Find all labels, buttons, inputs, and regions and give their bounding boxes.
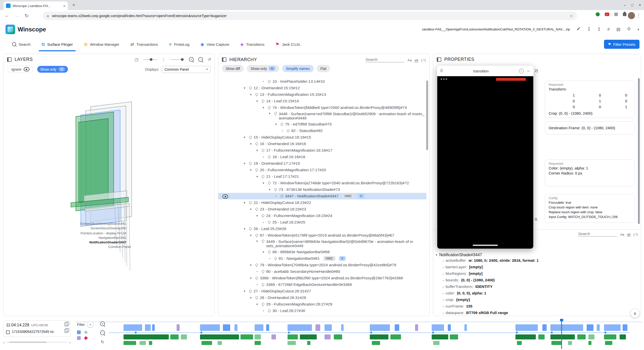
timeline-event-bar[interactable] [234, 324, 237, 331]
expand-arrow-icon[interactable]: ▾ [268, 112, 272, 115]
scroll-track[interactable] [7, 342, 67, 343]
forward-button[interactable]: → [15, 13, 19, 18]
pin-icon[interactable] [267, 155, 271, 159]
timeline-event-bar[interactable] [432, 334, 448, 339]
expand-arrow-icon[interactable]: ▾ [274, 122, 278, 126]
hierarchy-node[interactable]: ▾12 - OneHanded:15:15#12 [218, 85, 426, 91]
timeline-cursor[interactable] [561, 319, 562, 349]
layer-label[interactable]: ScreenDecorOverlay#60 [4, 226, 126, 230]
hierarchy-node[interactable]: ▾72 - WindowToken{a2746de type=2040 andr… [218, 180, 426, 186]
report-bug-icon[interactable] [627, 27, 631, 32]
pin-icon[interactable] [267, 106, 271, 110]
timeline-event-bar[interactable] [605, 341, 612, 345]
timeline-event-bar[interactable] [315, 324, 320, 331]
pin-icon[interactable] [261, 270, 264, 274]
timeline-tick[interactable] [516, 331, 518, 334]
timeline-event-bar[interactable] [177, 324, 180, 331]
tab-transitions[interactable]: ◈Transitions [235, 37, 270, 51]
timeline-tick[interactable] [432, 331, 434, 334]
timeline-event-bar[interactable] [433, 341, 439, 345]
layer-label[interactable]: NavigationBar0#81 [4, 236, 126, 240]
expand-arrow-icon[interactable]: ▾ [243, 201, 247, 204]
timeline-event-bar[interactable] [288, 324, 312, 331]
expand-arrow-icon[interactable]: ▾ [249, 276, 253, 280]
timeline-event-bar[interactable] [395, 324, 399, 331]
pin-icon[interactable] [280, 122, 283, 126]
expand-arrow-icon[interactable]: ▾ [249, 263, 253, 267]
browser-tab[interactable]: Winscope | sandbox-FAI... × [4, 2, 68, 10]
pin-icon[interactable] [255, 276, 258, 280]
drag-handle-icon[interactable]: ⠿ [440, 68, 443, 74]
timeline-event-bar[interactable] [266, 324, 269, 331]
expand-arrow-icon[interactable]: ▾ [261, 250, 265, 254]
timeline-event-bar[interactable] [450, 334, 458, 339]
spacing-slider[interactable] [170, 59, 184, 60]
pin-icon[interactable] [267, 80, 271, 83]
expand-arrow-icon[interactable]: ▾ [268, 188, 272, 191]
timeline-event-bar[interactable] [325, 324, 332, 331]
hierarchy-node[interactable]: ▾68 - 885b63e NavigationBar0#68 [218, 249, 426, 255]
visibility-eye-icon[interactable] [222, 194, 228, 199]
hierarchy-node[interactable]: ▾74 - WindowToken{fdddbe6 type=2000 andr… [218, 104, 426, 111]
hierarchy-node[interactable]: ▾3449 - Surface(name=885b63e NavigationB… [218, 239, 426, 249]
timeline-event-bar[interactable] [432, 324, 444, 331]
expand-arrow-icon[interactable]: ▾ [255, 302, 259, 306]
copy-ns-icon[interactable] [64, 329, 68, 333]
hierarchy-node[interactable]: ▾17 - FullscreenMagnification:16:16#17 [218, 147, 426, 154]
timeline-event-bar[interactable] [588, 334, 595, 339]
hierarchy-node[interactable]: •25 - Leaf:18:23#25 [218, 219, 426, 226]
expand-arrow-icon[interactable]: ▾ [249, 93, 253, 96]
zoom-in-icon[interactable]: + [189, 57, 194, 62]
hierarchy-node[interactable]: •18 - Leaf:16:16#18 [218, 154, 426, 160]
extension-icon-3[interactable] [614, 13, 618, 16]
property-row[interactable]: ▪activeBuffer:w: 1080, h: 2400, stride: … [436, 258, 638, 265]
timeline-tick[interactable] [370, 331, 372, 334]
timeline-event-bar[interactable] [325, 334, 331, 339]
tab-close-icon[interactable]: × [63, 4, 65, 8]
hierarchy-node[interactable]: ▾3368 - WindowToken{f6b2f60 type=2024 an… [218, 275, 426, 281]
tab-jank-cujs[interactable]: ⚑Jank CUJs [270, 37, 306, 51]
timeline-event-bar[interactable] [620, 334, 626, 339]
surfaceflinger-trace-icon[interactable] [77, 330, 81, 334]
timeline-event-bar[interactable] [515, 334, 536, 339]
timeline-event-bar[interactable] [152, 324, 155, 331]
timeline-event-bar[interactable] [223, 324, 230, 331]
timeline-event-bar[interactable] [218, 341, 222, 345]
expand-arrow-icon[interactable]: ▾ [255, 214, 259, 217]
pin-icon[interactable] [255, 207, 258, 211]
timeline-event-bar[interactable] [307, 341, 310, 345]
info-icon[interactable]: i [519, 69, 524, 73]
pin-icon[interactable] [261, 214, 264, 218]
window-close-button[interactable]: × [639, 3, 641, 7]
simplify-names-toggle[interactable]: Simplify names [282, 65, 314, 72]
timeline-event-bar[interactable] [604, 334, 617, 339]
collapse-panel-icon[interactable] [222, 57, 226, 62]
pin-icon[interactable] [267, 250, 271, 254]
timeline-event-bar[interactable] [597, 324, 600, 331]
back-button[interactable]: ← [5, 13, 9, 18]
tab-window-manager[interactable]: ⊞Window Manager [78, 37, 125, 51]
hierarchy-node[interactable]: •30 - Leaf:26:27#30 [218, 308, 426, 314]
timeline-event-bar[interactable] [170, 334, 179, 339]
timeline-event-bar[interactable] [255, 341, 261, 345]
timeline-event-bar[interactable] [300, 334, 316, 339]
match-case-icon[interactable]: Aa [620, 233, 624, 236]
hierarchy-node[interactable]: •3447 - NotificationShade#3447HWCV [218, 193, 426, 199]
hierarchy-node[interactable]: •10 - ImePlaceholder:13:14#10 [218, 78, 426, 85]
edit-filename-icon[interactable] [577, 27, 581, 32]
pin-icon[interactable] [261, 175, 264, 179]
hierarchy-node[interactable]: ▾28 - OneHanded:26:31#28 [218, 294, 426, 301]
expand-arrow-icon[interactable]: ▾ [243, 289, 247, 293]
pin-icon[interactable] [255, 263, 258, 267]
expand-arrow-icon[interactable]: ▾ [249, 207, 253, 211]
hierarchy-node[interactable]: ▾13 - FullscreenMagnification:15:15#13 [218, 91, 426, 98]
profile-avatar[interactable] [628, 12, 635, 19]
pin-icon[interactable] [261, 302, 264, 306]
pin-icon[interactable] [261, 149, 264, 152]
hierarchy-node[interactable]: •80 - ace6abb SecondaryHomeHandle0#80 [218, 268, 426, 275]
property-row[interactable]: ▪bufferTransform:IDENTITY [436, 284, 638, 291]
upload-icon[interactable]: ↥ [597, 27, 601, 32]
timeline-event-bar[interactable] [140, 341, 146, 345]
timeline-event-bar[interactable] [288, 334, 298, 339]
hierarchy-node[interactable]: ▾29 - FullscreenMagnification:26:27#29 [218, 301, 426, 308]
